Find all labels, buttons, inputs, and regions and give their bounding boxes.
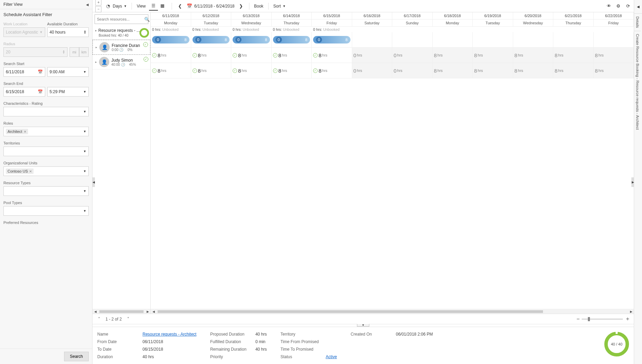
details-rail-label[interactable]: Details [634,14,641,31]
availability-cell[interactable]: ✓8hrs [272,48,312,63]
availability-cell[interactable]: 8hrs [513,48,554,63]
scroll-right-button[interactable]: ▶ [146,310,150,314]
date-range-button[interactable]: 📅 6/11/2018 - 6/24/2018 [186,3,234,9]
search-start-time-select[interactable]: 9:00 AM ▼ [47,67,89,77]
search-end-date-input[interactable]: 6/15/2018 📅 [3,87,45,97]
availability-cell[interactable]: 8hrs [513,63,554,78]
resource-row[interactable]: ▸ 👤 Judy Simon 40:00 🕓45% ✓ [92,55,150,70]
page-up-button[interactable]: ˄ [96,316,102,322]
remove-chip-icon[interactable]: ✕ [29,170,32,173]
request-cell[interactable]: 08 [151,32,191,47]
sort-button[interactable]: Sort▼ [273,4,286,9]
scrollbar-thumb[interactable] [158,310,543,313]
availability-cell[interactable]: ✓8hrs [272,63,312,78]
roles-select[interactable]: Architect✕ ▼ [3,127,89,136]
request-cell[interactable] [513,32,554,47]
availability-cell[interactable]: 8hrs [473,63,513,78]
availability-cell[interactable]: ✓8hrs [231,48,272,63]
request-cell[interactable]: 08 [272,32,312,47]
expand-icon[interactable]: ▸ [96,46,97,49]
request-cell[interactable] [352,32,393,47]
booking-pill[interactable]: 08 [313,36,350,43]
availability-cell[interactable]: 8hrs [553,63,594,78]
request-cell[interactable] [553,32,594,47]
calendar-icon[interactable]: 📅 [38,70,43,74]
expand-icon[interactable]: ▸ [95,60,97,64]
characteristics-select[interactable]: ▼ [3,107,89,116]
request-cell[interactable] [392,32,433,47]
right-collapse-handle[interactable]: ▶ [631,177,634,187]
request-header-row[interactable]: ▸Resource requests - ... Booked hrs: 40 … [92,26,150,40]
availability-cell[interactable]: ✓8hrs [231,63,272,78]
refresh-button[interactable]: ⟳ [625,3,631,9]
booking-pill[interactable]: 08 [233,36,270,43]
grid-view-toggle[interactable]: ▦ [158,2,167,11]
availability-cell[interactable]: ✓8hrs [312,48,352,63]
availability-cell[interactable]: 0hrs [352,48,393,63]
availability-cell[interactable]: 8hrs [473,48,513,63]
availability-cell[interactable]: ✓8hrs [151,63,191,78]
search-button[interactable]: Search [64,352,89,361]
request-cell[interactable]: 08 [312,32,352,47]
request-cell[interactable] [473,32,513,47]
page-down-button[interactable]: ˅ [125,316,131,322]
availability-cell[interactable]: 8hrs [433,63,473,78]
detail-name-link[interactable]: Resource requests - Architect [143,332,196,337]
availability-cell[interactable]: ✓8hrs [312,63,352,78]
resource-row[interactable]: ▸ 👤 Francine Duran 0:00 🕓0% ✓ [92,40,150,55]
availability-cell[interactable]: 8hrs [594,63,634,78]
search-icon[interactable]: 🔍 [144,16,150,22]
territories-select[interactable]: ▼ [3,147,89,156]
search-end-time-select[interactable]: 5:29 PM ▼ [47,87,89,97]
availability-cell[interactable]: ✓8hrs [151,48,191,63]
request-cell[interactable] [433,32,473,47]
calendar-icon[interactable]: 📅 [38,89,43,94]
pool-types-select[interactable]: ▼ [3,206,89,216]
details-drawer-handle[interactable]: ▼ [357,324,369,327]
radius-mi-button[interactable]: mi [70,47,79,57]
work-location-select[interactable]: Location Agnostic ▼ [3,27,45,37]
detail-status-link[interactable]: Active [326,354,337,359]
search-start-date-input[interactable]: 6/11/2018 📅 [3,67,45,77]
radius-input[interactable]: 20 ▲▼ [3,47,67,57]
visibility-button[interactable]: 👁 [606,3,612,9]
availability-cell[interactable]: 8hrs [433,48,473,63]
request-cell[interactable]: 08 [231,32,272,47]
list-view-toggle[interactable]: ☰ [149,2,158,11]
expand-all-button[interactable]: ＋ [95,0,101,5]
radius-km-button[interactable]: km [79,47,89,57]
prev-range-button[interactable]: ❮ [177,3,183,9]
booking-pill[interactable]: 08 [152,36,189,43]
zoom-slider[interactable] [582,318,623,320]
availability-cell[interactable]: 8hrs [594,48,634,63]
booking-pill[interactable]: 08 [273,36,310,43]
scrollbar-thumb[interactable] [99,310,144,313]
availability-cell[interactable]: 0hrs [352,63,393,78]
search-resources-input[interactable] [97,17,144,21]
request-cell[interactable] [594,32,634,47]
collapse-left-icon[interactable]: ◀ [86,3,89,7]
search-resources-field[interactable]: 🔍 [95,14,148,24]
scroll-left-button[interactable]: ◀ [93,310,97,314]
resource-types-select[interactable]: ▼ [3,186,89,196]
time-unit-select[interactable]: ◔ Days ▼ [105,3,127,9]
availability-cell[interactable]: 0hrs [392,48,433,63]
zoom-in-button[interactable]: ＋ [625,315,630,323]
availability-cell[interactable]: ✓8hrs [191,48,232,63]
scroll-right-button[interactable]: ▶ [629,310,633,314]
zoom-out-button[interactable]: − [577,316,580,322]
available-duration-select[interactable]: 40 hours ▲▼ [47,27,89,37]
request-cell[interactable]: 08 [191,32,232,47]
availability-cell[interactable]: 0hrs [392,63,433,78]
book-button[interactable]: Book [254,4,263,9]
collapse-all-button[interactable]: － [95,6,101,12]
org-units-select[interactable]: Contoso US✕ ▼ [3,166,89,176]
settings-button[interactable]: ⚙ [615,3,621,9]
availability-cell[interactable]: 8hrs [553,48,594,63]
sidebar-collapse-handle[interactable]: ◀ [92,177,95,187]
booking-rail-label[interactable]: Create Resource Booking - Resource reque… [634,31,641,133]
scroll-left-button[interactable]: ◀ [151,310,156,314]
availability-cell[interactable]: ✓8hrs [191,63,232,78]
details-rail-toggle[interactable]: ◀ [634,0,642,14]
booking-pill[interactable]: 08 [193,36,230,43]
